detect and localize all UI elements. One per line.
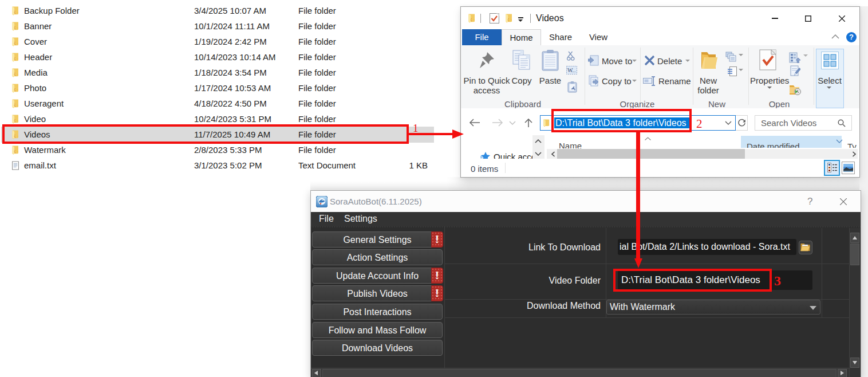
svg-text:...: ... (571, 68, 576, 73)
